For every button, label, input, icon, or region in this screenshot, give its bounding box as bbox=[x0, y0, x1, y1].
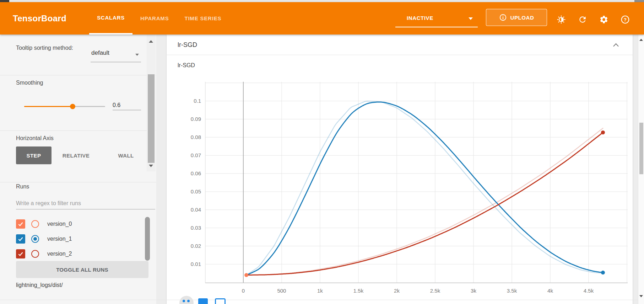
app-header: TensorBoard SCALARSHPARAMSTIME SERIES IN… bbox=[0, 2, 644, 34]
run-endpoint-version_0 bbox=[244, 273, 248, 277]
run-name: version_1 bbox=[47, 236, 72, 242]
x-tick-label: 500 bbox=[277, 288, 286, 294]
y-tick-label: 0.1 bbox=[194, 98, 201, 104]
y-tick-label: 0.03 bbox=[191, 225, 201, 231]
y-tick-label: 0.09 bbox=[191, 116, 201, 122]
run-checkbox-version_1[interactable] bbox=[16, 234, 25, 244]
tooltip-sorting-label: Tooltip sorting method: bbox=[16, 44, 78, 52]
run-checkbox-version_0[interactable] bbox=[16, 219, 25, 229]
run-endpoint-version_1 bbox=[601, 271, 605, 274]
horizontal-axis-label: Horizontal Axis bbox=[16, 135, 54, 142]
y-tick-label: 0.04 bbox=[191, 207, 201, 213]
tooltip-sorting-dropdown[interactable]: default bbox=[91, 45, 141, 62]
tab-time-series[interactable]: TIME SERIES bbox=[177, 2, 229, 34]
x-tick-label: 1k bbox=[317, 288, 323, 294]
smoothing-slider-thumb[interactable] bbox=[70, 104, 75, 109]
chevron-down-icon bbox=[135, 54, 139, 56]
y-tick-label: 0.08 bbox=[191, 134, 201, 140]
x-tick-label: 4k bbox=[547, 288, 553, 294]
help-icon: ? bbox=[621, 15, 630, 24]
status-value: INACTIVE bbox=[407, 15, 433, 21]
x-tick-label: 3.5k bbox=[507, 288, 517, 294]
axis-option-step[interactable]: STEP bbox=[16, 146, 52, 164]
card-header: lr-SGD bbox=[167, 34, 633, 55]
settings-button[interactable] bbox=[597, 12, 611, 27]
run-row-version_1: version_1 bbox=[16, 232, 133, 246]
upload-label: UPLOAD bbox=[510, 15, 534, 21]
refresh-icon bbox=[578, 15, 587, 24]
collapse-section-button[interactable] bbox=[609, 38, 623, 52]
sidebar-scrollbar[interactable] bbox=[147, 34, 156, 171]
runs-filter-input[interactable] bbox=[16, 197, 155, 209]
svg-text:?: ? bbox=[624, 17, 627, 22]
run-radio-version_1[interactable] bbox=[31, 235, 39, 243]
app-logo: TensorBoard bbox=[13, 2, 66, 34]
smoothing-label: Smoothing bbox=[16, 80, 43, 86]
run-name: version_0 bbox=[47, 221, 72, 227]
y-tick-label: 0.02 bbox=[191, 243, 201, 249]
x-tick-label: 0 bbox=[242, 288, 245, 294]
axis-option-wall[interactable]: WALL bbox=[107, 146, 145, 164]
x-tick-label: 2.5k bbox=[430, 288, 440, 294]
smoothing-value-input[interactable] bbox=[113, 101, 141, 110]
run-radio-version_0[interactable] bbox=[31, 220, 39, 228]
status-dropdown[interactable]: INACTIVE bbox=[395, 11, 478, 27]
run-name: version_2 bbox=[47, 251, 72, 257]
divider bbox=[0, 182, 156, 182]
check-icon bbox=[17, 251, 24, 257]
chevron-down-icon bbox=[469, 17, 473, 20]
check-icon bbox=[17, 236, 24, 242]
divider bbox=[0, 75, 156, 75]
x-tick-label: 3k bbox=[471, 288, 476, 294]
y-tick-label: 0.01 bbox=[191, 261, 201, 267]
theme-toggle-button[interactable] bbox=[554, 12, 568, 27]
sidebar-scrollbar-thumb[interactable] bbox=[148, 74, 155, 163]
runs-scrollbar-thumb[interactable] bbox=[145, 217, 150, 261]
check-icon bbox=[17, 221, 24, 227]
refresh-button[interactable] bbox=[575, 12, 590, 27]
run-checkbox-version_2[interactable] bbox=[16, 249, 25, 258]
x-tick-label: 2k bbox=[394, 288, 400, 294]
y-tick-label: 0.07 bbox=[191, 152, 201, 158]
tab-hparams[interactable]: HPARAMS bbox=[132, 2, 177, 34]
x-tick-label: 4.5k bbox=[584, 288, 594, 294]
dot-icon bbox=[183, 300, 185, 302]
page-scrollbar-thumb[interactable] bbox=[639, 123, 643, 174]
chevron-up-icon bbox=[613, 43, 619, 47]
smoothing-slider-fill bbox=[24, 106, 73, 107]
pin-chart-icon[interactable] bbox=[215, 298, 226, 304]
fullscreen-chart-icon[interactable] bbox=[198, 298, 208, 304]
divider bbox=[0, 130, 156, 131]
tab-bar: SCALARSHPARAMSTIME SERIES bbox=[89, 2, 229, 34]
x-tick-label: 1.5k bbox=[353, 288, 364, 294]
gear-icon bbox=[599, 15, 608, 24]
axis-option-relative[interactable]: RELATIVE bbox=[54, 146, 98, 164]
run-endpoint-version_2 bbox=[601, 130, 605, 134]
upload-button[interactable]: UPLOAD bbox=[486, 9, 547, 26]
divider bbox=[0, 300, 638, 300]
smoothing-slider[interactable] bbox=[24, 106, 105, 107]
dot-icon bbox=[187, 300, 190, 302]
y-tick-label: 0.06 bbox=[191, 170, 201, 176]
brightness-icon bbox=[557, 15, 566, 24]
scroll-up-icon[interactable] bbox=[639, 39, 643, 41]
horizontal-axis-options: STEPRELATIVEWALL bbox=[16, 146, 145, 164]
sidebar: Tooltip sorting method: default Smoothin… bbox=[0, 34, 156, 304]
info-icon bbox=[499, 14, 507, 21]
y-tick-label: 0.05 bbox=[191, 188, 201, 194]
scroll-up-icon[interactable] bbox=[149, 40, 153, 43]
help-button[interactable]: ? bbox=[618, 12, 632, 27]
scroll-down-icon[interactable] bbox=[639, 295, 643, 297]
runs-label: Runs bbox=[16, 183, 29, 190]
toggle-all-runs-button[interactable]: TOGGLE ALL RUNS bbox=[16, 261, 148, 278]
scalar-chart[interactable]: 0.010.020.030.040.050.060.070.080.090.10… bbox=[167, 55, 633, 304]
run-radio-version_2[interactable] bbox=[31, 250, 39, 258]
chart-title: lr-SGD bbox=[178, 62, 195, 69]
run-row-version_2: version_2 bbox=[16, 247, 133, 261]
card-section-title: lr-SGD bbox=[178, 34, 197, 55]
scalar-card-lr-sgd: lr-SGD lr-SGD 0.010.020.030.040.050.060.… bbox=[167, 34, 633, 304]
scroll-down-icon[interactable] bbox=[149, 165, 153, 167]
page-scrollbar[interactable] bbox=[638, 34, 644, 304]
tab-scalars[interactable]: SCALARS bbox=[89, 2, 132, 34]
radio-dot-icon bbox=[33, 237, 37, 241]
